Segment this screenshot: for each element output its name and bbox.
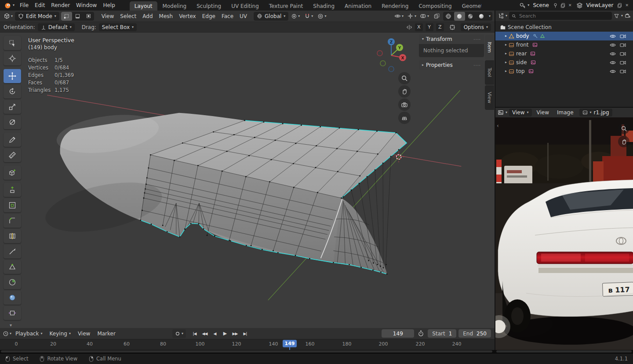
current-frame-field[interactable]: 149 — [382, 329, 414, 338]
tool-add-cube[interactable] — [4, 166, 21, 180]
image-menu-view[interactable]: View — [534, 108, 552, 117]
outliner-row-front[interactable]: ▸ front — [495, 40, 633, 49]
zoom-button[interactable] — [398, 72, 411, 84]
timeline-ruler[interactable]: 0 20 40 60 80 100 120 140 160 180 200 22… — [0, 339, 495, 350]
panel-grip-icon[interactable]: ···· — [473, 37, 481, 42]
chevron-down-icon[interactable]: ▾ — [621, 14, 623, 18]
camera-restrict-icon[interactable] — [620, 51, 626, 57]
pin-icon[interactable] — [553, 3, 558, 8]
vp-menu-select[interactable]: Select — [117, 11, 139, 22]
tool-scale[interactable] — [4, 100, 21, 114]
disclosure-icon[interactable]: ▸ — [505, 61, 507, 64]
tab-sculpting[interactable]: Sculpting — [192, 1, 226, 11]
image-view-mode-dropdown[interactable]: View ▾ — [509, 109, 532, 116]
edge-select-button[interactable] — [72, 12, 83, 21]
pivot-point-button[interactable]: ▾ — [289, 13, 302, 19]
tool-knife[interactable] — [4, 244, 21, 258]
menu-render[interactable]: Render — [48, 0, 73, 11]
timeline-menu-marker[interactable]: Marker — [94, 328, 118, 339]
tool-extrude[interactable] — [4, 183, 21, 197]
object-name[interactable]: top — [516, 68, 525, 74]
editor-type-button[interactable]: ▾ — [2, 13, 14, 19]
outliner-row-scene-collection[interactable]: Scene Collection — [495, 23, 633, 32]
modifier-wrench-icon[interactable] — [533, 33, 538, 39]
scene-name[interactable]: Scene — [531, 2, 551, 8]
timeline-menu-keying[interactable]: Keying▾ — [47, 328, 74, 339]
stopwatch-icon[interactable] — [418, 330, 424, 337]
jump-to-end-button[interactable]: ▶| — [240, 329, 250, 338]
menu-help[interactable]: Help — [100, 0, 118, 11]
new-scene-icon[interactable] — [560, 3, 566, 8]
end-frame-field[interactable]: End 250 — [458, 329, 491, 338]
object-name[interactable]: rear — [516, 51, 527, 57]
tab-animation[interactable]: Animation — [340, 1, 376, 11]
image-data-icon[interactable] — [531, 60, 536, 65]
chevron-down-icon[interactable]: ▾ — [528, 4, 529, 7]
filter-icon[interactable] — [614, 13, 619, 19]
tab-modeling[interactable]: Modeling — [158, 1, 192, 11]
menu-window[interactable]: Window — [73, 0, 100, 11]
transform-orientation-selector[interactable]: Global ▾ — [254, 12, 288, 21]
chevron-down-icon[interactable]: ▾ — [10, 332, 11, 335]
disclosure-icon[interactable]: ▸ — [505, 43, 507, 47]
vp-menu-edge[interactable]: Edge — [199, 11, 218, 22]
orientation-setting-dropdown[interactable]: Default ▾ — [38, 23, 75, 31]
eye-icon[interactable] — [610, 60, 616, 66]
npanel-tab-view[interactable]: View — [485, 85, 494, 110]
vp-menu-face[interactable]: Face — [218, 11, 236, 22]
scene-icon[interactable] — [519, 2, 526, 9]
jump-to-start-button[interactable]: |◀ — [189, 329, 200, 338]
shading-wireframe-button[interactable] — [443, 12, 454, 21]
proportional-editing-button[interactable]: ▾ — [316, 13, 328, 19]
next-keyframe-button[interactable]: ▶▶ — [230, 329, 240, 338]
vp-menu-vertex[interactable]: Vertex — [176, 11, 199, 22]
viewlayer-remove-button[interactable]: ✕ — [624, 3, 629, 7]
toolbar-expand-button[interactable]: ▾ — [10, 323, 12, 328]
eye-icon[interactable] — [610, 42, 616, 48]
camera-view-button[interactable] — [398, 98, 411, 111]
playhead[interactable]: 149 — [283, 340, 297, 347]
viewport-3d[interactable]: User Perspective (149) body Objects1/5 V… — [0, 33, 495, 328]
eye-icon[interactable] — [610, 69, 616, 74]
tab-rendering[interactable]: Rendering — [377, 1, 413, 11]
camera-restrict-icon[interactable] — [620, 60, 626, 66]
tool-poly-build[interactable] — [4, 260, 21, 274]
search-input[interactable] — [518, 13, 609, 19]
vp-menu-view[interactable]: View — [98, 11, 117, 22]
face-select-button[interactable] — [83, 12, 94, 21]
tool-bevel[interactable] — [4, 214, 21, 228]
disclosure-icon[interactable]: ▸ — [505, 52, 507, 55]
tool-smooth[interactable] — [4, 291, 21, 305]
tab-compositing[interactable]: Compositing — [414, 1, 456, 11]
object-name[interactable]: body — [516, 33, 529, 39]
scrollbar-handle[interactable] — [496, 350, 632, 353]
options-dropdown[interactable]: Options ▾ — [461, 23, 491, 31]
vp-menu-add[interactable]: Add — [139, 11, 156, 22]
perspective-toggle-button[interactable] — [398, 112, 411, 124]
chevron-down-icon[interactable]: ▾ — [506, 14, 507, 18]
collection-name[interactable]: Scene Collection — [508, 24, 552, 30]
tool-cursor[interactable] — [4, 51, 21, 66]
transform-panel-header[interactable]: ▾ Transform ···· — [419, 34, 484, 44]
scrollbar-handle[interactable] — [1, 350, 492, 353]
tool-annotate[interactable] — [4, 133, 21, 147]
vertex-select-button[interactable] — [61, 12, 72, 21]
tab-uv-editing[interactable]: UV Editing — [226, 1, 264, 11]
new-viewlayer-icon[interactable] — [617, 3, 622, 8]
image-zoom-button[interactable] — [618, 123, 629, 134]
panel-grip-icon[interactable]: ···· — [473, 63, 481, 68]
image-data-icon[interactable] — [532, 42, 538, 47]
horizontal-scrollbar-track[interactable] — [0, 350, 633, 353]
snap-target-icon[interactable] — [449, 24, 455, 30]
image-editor-canvas[interactable]: в 117 ‹ — [495, 117, 633, 350]
timeline-editor-icon[interactable] — [3, 331, 9, 337]
disclosure-icon[interactable]: ▸ — [505, 69, 507, 73]
mirror-x-toggle[interactable]: X — [415, 23, 423, 31]
vp-menu-uv[interactable]: UV — [236, 11, 250, 22]
image-editor-icon[interactable] — [498, 109, 504, 116]
outliner-search[interactable] — [509, 12, 612, 20]
camera-restrict-icon[interactable] — [620, 42, 626, 48]
tab-texture-paint[interactable]: Texture Paint — [264, 1, 308, 11]
tool-inset[interactable] — [4, 198, 21, 212]
image-data-icon[interactable] — [528, 69, 534, 74]
